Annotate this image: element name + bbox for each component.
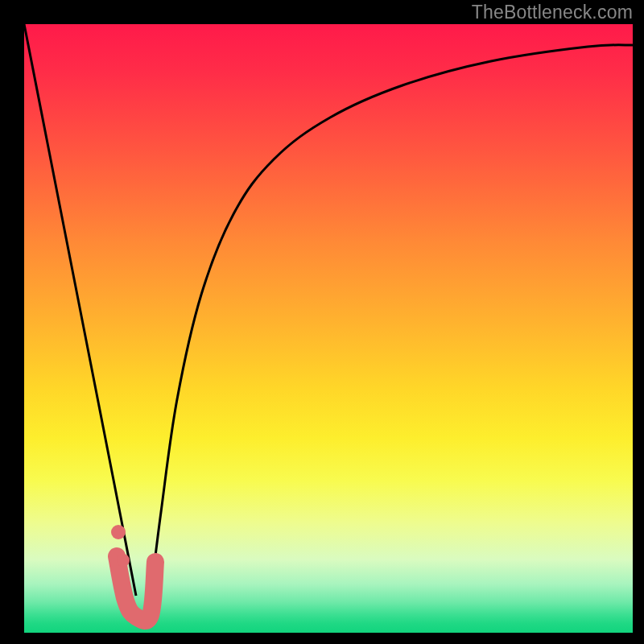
series-right-branch	[151, 45, 633, 596]
watermark-text: TheBottleneck.com	[472, 2, 633, 23]
plot-area	[24, 24, 633, 633]
marker-1	[117, 554, 130, 567]
curves-svg	[24, 24, 633, 633]
marker-0	[111, 525, 126, 539]
series-left-branch	[24, 24, 136, 596]
chart-frame: TheBottleneck.com	[0, 0, 644, 644]
